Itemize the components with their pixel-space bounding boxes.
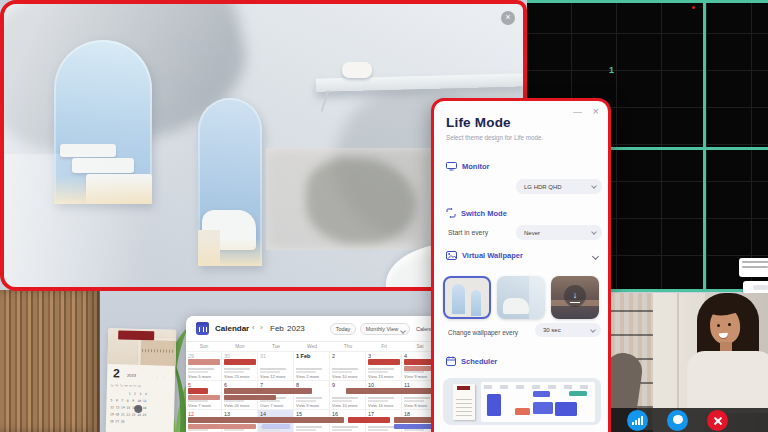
calendar-day-cell[interactable]: 31View 12 more (258, 352, 294, 381)
section-collapse-chevron-icon[interactable] (592, 253, 599, 260)
view-more-link[interactable]: View 23 more (224, 374, 250, 379)
view-more-link[interactable]: View 9 more (296, 403, 319, 408)
calendar-day-cell[interactable]: 3View 13 more (366, 352, 402, 381)
event-bar[interactable] (224, 359, 256, 365)
preview-wall-calendar (453, 384, 475, 420)
paper-calendar-week: 26 27 28 (110, 419, 170, 425)
chat-button[interactable] (667, 410, 688, 431)
calendar-day-cell[interactable]: 30View 23 more (222, 352, 258, 381)
download-icon: ↓ (564, 285, 586, 307)
virtual-wallpaper-label: Virtual Wallpaper (462, 251, 523, 260)
scheduler-preview[interactable] (443, 378, 601, 425)
calendar-title: Calendar (215, 324, 249, 333)
close-icon[interactable]: × (593, 105, 599, 117)
close-icon[interactable]: × (501, 11, 515, 25)
wallpaper-interval-dropdown[interactable]: 30 sec (535, 323, 601, 337)
view-more-link[interactable]: View 5 more (188, 374, 211, 379)
wallpaper-thumb-2[interactable] (497, 276, 545, 319)
panel-subtitle: Select theme design for Life mode. (446, 134, 543, 141)
view-more-link[interactable]: View 7 more (188, 403, 211, 408)
paper-calendar-week: 1 2 3 4 (111, 391, 171, 397)
light-sweep (4, 154, 244, 291)
view-more-link[interactable]: View 16 more (368, 403, 394, 408)
wallpaper-interval-value: 30 sec (543, 327, 561, 333)
record-dot (692, 6, 695, 9)
illustration-banner (118, 330, 154, 340)
view-dropdown[interactable]: Monthly View (360, 323, 410, 335)
signal-quality-button[interactable] (627, 410, 648, 431)
view-more-link[interactable]: Over 7 more (260, 403, 283, 408)
event-bar[interactable] (262, 424, 290, 429)
date-number: 2 (332, 353, 335, 359)
minimize-icon[interactable]: — (573, 107, 582, 117)
event-bar[interactable] (394, 424, 436, 430)
signal-bar (638, 418, 640, 425)
preview-event-block (555, 402, 577, 416)
tooltip (739, 258, 768, 277)
event-bar[interactable] (224, 388, 312, 394)
event-bar[interactable] (188, 359, 220, 365)
event-bar[interactable] (394, 417, 436, 423)
calendar-day-cell[interactable]: 29View 5 more (186, 352, 222, 381)
wallpaper-thumb-selected[interactable] (443, 276, 491, 319)
view-more-link[interactable]: View 8 more (404, 403, 427, 408)
event-bar[interactable] (346, 388, 436, 394)
panel-title: Life Mode (446, 115, 511, 130)
thumb-arch (452, 284, 465, 314)
start-in-every-label: Start in every (448, 229, 488, 236)
event-bar[interactable] (188, 388, 208, 394)
day-header: Sun (186, 342, 222, 351)
paper-calendar-day-row: Su Mo Tu We Th Fr Sa (111, 384, 171, 389)
switch-mode-label: Switch Mode (461, 209, 507, 218)
signal-bar (635, 420, 637, 425)
tooltip-text-line (742, 266, 768, 268)
date-number: 1 Feb (296, 353, 310, 359)
view-more-link[interactable]: View 13 more (368, 374, 394, 379)
signal-bar (632, 422, 634, 425)
view-more-link[interactable]: View 2 more (296, 374, 319, 379)
calendar-day-cell[interactable]: 10View 16 more (366, 381, 402, 410)
image-icon (446, 251, 457, 260)
paper-calendar-week: 12 13 14 15 16 17 18 (110, 405, 170, 411)
event-bar[interactable] (224, 395, 276, 401)
monitor-dropdown[interactable]: LG HDR QHD (516, 179, 602, 194)
date-number: 9 (332, 382, 335, 388)
event-bar[interactable] (348, 417, 390, 423)
participant-eye (717, 324, 720, 327)
calendar-app-icon (196, 322, 209, 335)
event-bar[interactable] (188, 417, 344, 423)
preview-event-block (533, 391, 550, 397)
wallpaper-thumb-download[interactable]: ↓ (551, 276, 599, 319)
tooltip-button-label (753, 285, 768, 290)
switch-interval-dropdown[interactable]: Never (516, 225, 602, 240)
prev-month-button[interactable]: ‹ (252, 323, 255, 332)
calendar-day-cell[interactable]: 9View 10 more (330, 381, 366, 410)
thumb-arch (471, 290, 481, 316)
view-more-link[interactable]: View 10 more (332, 374, 358, 379)
event-bar[interactable] (188, 424, 256, 430)
event-bar[interactable] (188, 395, 220, 401)
end-call-button[interactable] (707, 410, 728, 431)
day-header: Tue (258, 342, 294, 351)
glass-panel (266, 148, 434, 250)
preview-header (484, 385, 590, 389)
view-more-link[interactable]: View 26 more (224, 403, 250, 408)
date-number: 31 (260, 353, 266, 359)
calendar-day-cell[interactable]: 8View 9 more (294, 381, 330, 410)
next-month-button[interactable]: › (260, 323, 263, 332)
view-more-link[interactable]: View 10 more (332, 403, 358, 408)
view-more-link[interactable]: View 12 more (260, 374, 286, 379)
event-bar[interactable] (368, 359, 400, 365)
switch-mode-section-header: Switch Mode (446, 208, 507, 218)
today-button[interactable]: Today (330, 323, 356, 335)
day-header: Fri (366, 342, 402, 351)
view-more-link[interactable]: View 9 more (404, 374, 427, 379)
participant-shirt (687, 351, 768, 413)
calendar-day-cell[interactable]: 2View 10 more (330, 352, 366, 381)
view-dropdown-label: Monthly View (366, 326, 399, 332)
calendar-day-cell[interactable]: 1 FebView 2 more (294, 352, 330, 381)
switch-interval-value: Never (524, 230, 540, 236)
paper-calendar-week: 19 20 21 22 23 24 25 (110, 412, 170, 418)
shelf-object (342, 62, 372, 78)
calendar-icon (446, 356, 456, 366)
